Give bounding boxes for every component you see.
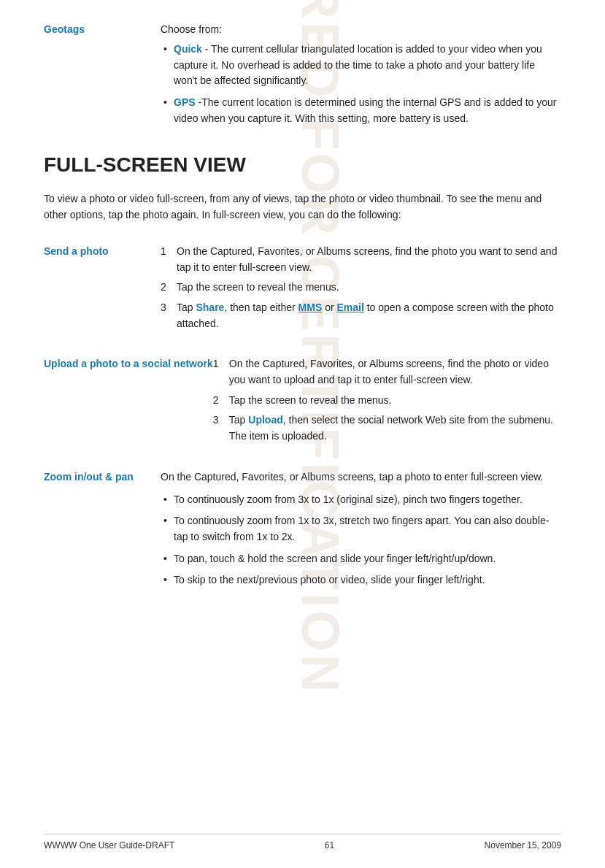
geotags-label: Geotags <box>44 22 161 132</box>
upload-step-2-text: Tap the screen to reveal the menus. <box>229 394 392 406</box>
send-a-photo-row: Send a photo 1 On the Captured, Favorite… <box>44 244 561 336</box>
send-step-3: 3 Tap Share, then tap either MMS or Emai… <box>161 300 561 331</box>
geotags-content: Choose from: Quick - The current cellula… <box>161 22 561 132</box>
send-a-photo-label: Send a photo <box>44 244 161 336</box>
send-step-3-or: or <box>322 302 336 313</box>
send-step-2: 2 Tap the screen to reveal the menus. <box>161 280 561 296</box>
full-screen-heading: FULL-SCREEN VIEW <box>44 153 561 177</box>
geotags-bullet-list: Quick - The current cellular triangulate… <box>161 42 561 126</box>
send-step-1-text: On the Captured, Favorites, or Albums sc… <box>177 245 557 273</box>
content: Geotags Choose from: Quick - The current… <box>44 22 561 594</box>
upload-step-3: 3 Tap Upload, then select the social net… <box>213 412 561 444</box>
send-step-3-prefix: Tap <box>177 302 196 313</box>
send-step-1-num: 1 <box>161 244 166 260</box>
upload-step-2-num: 2 <box>213 393 219 409</box>
zoom-bullet-2: To continuously zoom from 1x to 3x, stre… <box>161 513 561 545</box>
footer-center: 61 <box>325 840 334 850</box>
upload-a-photo-list: 1 On the Captured, Favorites, or Albums … <box>213 356 561 444</box>
geotags-row: Geotags Choose from: Quick - The current… <box>44 22 561 132</box>
zoom-bullet-list: To continuously zoom from 3x to 1x (orig… <box>161 492 561 588</box>
footer-left: WWWW One User Guide-DRAFT <box>44 840 174 850</box>
geotags-bullet-gps: GPS -The current location is determined … <box>161 95 561 126</box>
geotags-bullet-quick: Quick - The current cellular triangulate… <box>161 42 561 89</box>
send-step-2-num: 2 <box>161 280 166 296</box>
send-a-photo-content: 1 On the Captured, Favorites, or Albums … <box>161 244 561 336</box>
upload-step-3-prefix: Tap <box>229 414 248 426</box>
upload-step-1-text: On the Captured, Favorites, or Albums sc… <box>229 358 549 385</box>
share-link: Share <box>196 302 224 313</box>
upload-a-photo-row: Upload a photo to a social network 1 On … <box>44 356 561 448</box>
upload-step-1: 1 On the Captured, Favorites, or Albums … <box>213 356 561 388</box>
zoom-row: Zoom in/out & pan On the Captured, Favor… <box>44 469 561 594</box>
zoom-bullet-3: To pan, touch & hold the screen and slid… <box>161 551 561 567</box>
geotags-choose-from: Choose from: <box>161 22 561 37</box>
zoom-content: On the Captured, Favorites, or Albums sc… <box>161 469 561 594</box>
send-step-3-num: 3 <box>161 300 166 316</box>
zoom-intro: On the Captured, Favorites, or Albums sc… <box>161 469 561 485</box>
upload-a-photo-content: 1 On the Captured, Favorites, or Albums … <box>213 356 561 448</box>
footer: WWWW One User Guide-DRAFT 61 November 15… <box>44 834 561 850</box>
footer-right: November 15, 2009 <box>485 840 561 850</box>
mms-link: MMS <box>298 302 323 313</box>
email-link: Email <box>336 302 363 313</box>
gps-keyword: GPS <box>174 96 196 108</box>
zoom-bullet-4: To skip to the next/previous photo or vi… <box>161 572 561 588</box>
send-step-3-middle: , then tap either <box>224 302 298 313</box>
zoom-bullet-1: To continuously zoom from 3x to 1x (orig… <box>161 492 561 508</box>
zoom-label: Zoom in/out & pan <box>44 469 161 594</box>
upload-link: Upload <box>248 414 282 426</box>
quick-keyword: Quick <box>174 43 202 55</box>
upload-step-2: 2 Tap the screen to reveal the menus. <box>213 393 561 409</box>
gps-text: -The current location is determined usin… <box>174 96 557 124</box>
send-step-1: 1 On the Captured, Favorites, or Albums … <box>161 244 561 275</box>
upload-step-3-num: 3 <box>213 412 219 429</box>
upload-step-1-num: 1 <box>213 356 219 372</box>
page: PREPARED FOR CERTIFICATION Geotags Choos… <box>0 0 605 868</box>
send-step-2-text: Tap the screen to reveal the menus. <box>177 281 339 293</box>
full-screen-intro: To view a photo or video full-screen, fr… <box>44 191 561 223</box>
send-a-photo-list: 1 On the Captured, Favorites, or Albums … <box>161 244 561 331</box>
quick-text: - The current cellular triangulated loca… <box>174 43 542 86</box>
upload-a-photo-label: Upload a photo to a social network <box>44 356 213 448</box>
